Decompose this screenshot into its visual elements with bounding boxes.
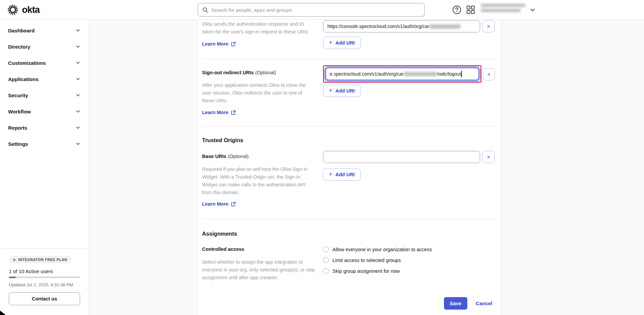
add-signin-uri-button[interactable]: + Add URI	[323, 37, 361, 49]
optional-tag: (Optional)	[228, 154, 248, 159]
radio-button-icon[interactable]	[323, 268, 329, 274]
optional-tag: (Optional)	[255, 70, 276, 75]
account-menu-redacted[interactable]	[481, 4, 525, 12]
help-icon[interactable]	[452, 0, 462, 20]
redacted-uri-segment	[429, 24, 461, 29]
plus-icon: +	[329, 39, 332, 46]
signin-redirect-section: Okta sends the authentication response a…	[198, 20, 501, 59]
app-settings-form: Okta sends the authentication response a…	[197, 20, 501, 315]
trusted-origins-section: Trusted Origins Base URIs (Optional) Req…	[198, 126, 501, 219]
chevron-down-icon	[76, 141, 80, 146]
signout-redirect-description: After your application contacts Okta to …	[202, 81, 315, 105]
okta-logo[interactable]: okta	[7, 0, 40, 20]
sidebar-nav: Dashboard Directory Customizations Appli…	[0, 20, 89, 315]
top-bar: okta	[0, 0, 644, 20]
save-button[interactable]: Save	[444, 297, 467, 310]
okta-wordmark: okta	[22, 5, 40, 15]
cancel-button[interactable]: Cancel	[476, 300, 492, 306]
account-chevron-down-icon[interactable]	[530, 0, 536, 20]
add-base-uri-button[interactable]: + Add URI	[323, 168, 361, 181]
sidebar-item-applications[interactable]: Applications	[0, 71, 89, 87]
radio-allow-everyone[interactable]: Allow everyone in your organization to a…	[323, 245, 494, 254]
sidebar-item-reports[interactable]: Reports	[0, 120, 89, 136]
base-uri-input[interactable]	[323, 151, 480, 163]
usage-progress-fill	[9, 277, 16, 278]
chevron-down-icon	[76, 109, 80, 114]
trusted-origins-heading: Trusted Origins	[202, 126, 501, 143]
contact-us-button[interactable]: Contact us	[9, 292, 80, 305]
radio-button-icon[interactable]	[323, 246, 329, 252]
okta-spiral-icon	[7, 4, 19, 16]
sidebar-item-settings[interactable]: Settings	[0, 136, 89, 152]
chevron-down-icon	[76, 125, 80, 130]
chevron-down-icon	[76, 44, 80, 49]
controlled-access-description: Select whether to assign the app integra…	[202, 258, 315, 282]
chevron-down-icon	[76, 60, 80, 65]
radio-skip-assignment[interactable]: Skip group assignment for now	[323, 267, 494, 275]
global-search[interactable]	[198, 3, 425, 17]
remove-signin-uri-button[interactable]: ×	[482, 20, 495, 32]
signin-redirect-description: Okta sends the authentication response a…	[202, 20, 315, 36]
remove-signout-uri-button[interactable]: ×	[483, 68, 495, 80]
signout-redirect-label: Sign-out redirect URIs	[202, 70, 254, 75]
base-uris-description: Required if you plan to self-host the Ok…	[202, 165, 315, 196]
red-annotation-highlight: e.spectrocloud.com/v1/auth/org/car /oidc…	[323, 65, 481, 83]
search-input[interactable]	[211, 7, 420, 13]
plan-dot-icon	[13, 259, 16, 261]
external-link-icon	[231, 202, 236, 207]
base-uris-label: Base URIs	[202, 154, 226, 159]
radio-limit-groups[interactable]: Limit access to selected groups	[323, 256, 494, 264]
signout-redirect-section: Sign-out redirect URIs (Optional) After …	[198, 59, 501, 126]
search-icon	[202, 7, 208, 13]
controlled-access-label: Controlled access	[202, 246, 319, 252]
active-users-count: 1 of 10 Active users	[9, 268, 80, 274]
radio-button-icon[interactable]	[323, 257, 329, 263]
usage-progress-bar	[9, 277, 80, 278]
sidebar-item-security[interactable]: Security	[0, 87, 89, 103]
signout-redirect-uri-input[interactable]: e.spectrocloud.com/v1/auth/org/car /oidc…	[325, 68, 479, 80]
signout-learn-more-link[interactable]: Learn More	[202, 110, 236, 115]
chevron-down-icon	[76, 77, 80, 81]
plus-icon: +	[329, 171, 332, 178]
chevron-down-icon	[76, 28, 80, 33]
app-switcher-icon[interactable]	[466, 0, 475, 20]
usage-updated-timestamp: Updated Jul 2, 2025, 4:31:38 PM	[9, 282, 80, 287]
close-icon: ×	[487, 24, 490, 29]
remove-base-uri-button[interactable]: ×	[482, 151, 495, 163]
external-link-icon	[231, 110, 236, 115]
plan-badge: INTEGRATOR FREE PLAN	[9, 256, 72, 263]
signin-redirect-uri-input[interactable]: https://console.spectrocloud.com/v1/auth…	[323, 20, 480, 32]
sidebar-item-directory[interactable]: Directory	[0, 38, 89, 55]
chevron-down-icon	[76, 93, 80, 98]
assignments-heading: Assignments	[202, 219, 501, 237]
add-signout-uri-button[interactable]: + Add URI	[323, 85, 361, 97]
plan-panel: INTEGRATOR FREE PLAN 1 of 10 Active user…	[0, 248, 89, 315]
external-link-icon	[231, 42, 236, 47]
close-icon: ×	[487, 154, 490, 160]
sidebar-item-dashboard[interactable]: Dashboard	[0, 22, 89, 38]
plus-icon: +	[329, 87, 332, 94]
assignments-section: Assignments Controlled access Select whe…	[198, 219, 501, 282]
signin-learn-more-link[interactable]: Learn More	[202, 41, 236, 47]
text-caret	[461, 71, 462, 77]
redacted-uri-segment	[404, 72, 437, 76]
form-footer: Save Cancel	[444, 297, 492, 310]
close-icon: ×	[487, 72, 491, 77]
sidebar-item-workflow[interactable]: Workflow	[0, 103, 89, 120]
sidebar-item-customizations[interactable]: Customizations	[0, 55, 89, 71]
trusted-origins-learn-more-link[interactable]: Learn More	[202, 201, 236, 207]
